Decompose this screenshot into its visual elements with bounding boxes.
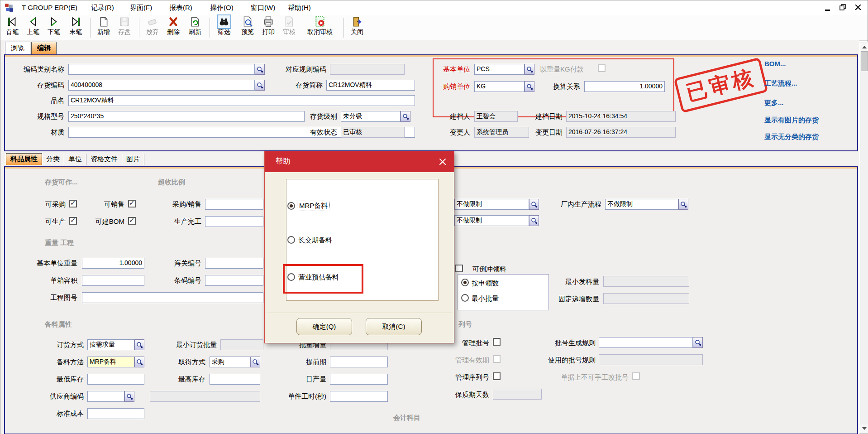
supplier-code-lookup-button[interactable] — [124, 391, 134, 402]
limit-2-lookup-button[interactable] — [529, 215, 539, 226]
toolbar-prev-button[interactable]: 上笔 — [23, 16, 43, 39]
long-lead-prep-radio[interactable] — [287, 236, 295, 244]
toolbar-delete-button[interactable]: 删除 — [163, 16, 183, 39]
box-volume-field[interactable] — [82, 275, 144, 286]
toolbar-last-button[interactable]: 末笔 — [65, 16, 86, 39]
spec-field[interactable]: 250*240*35 — [68, 111, 305, 122]
conversion-field[interactable]: 1.00000 — [584, 81, 665, 92]
toolbar-print-button[interactable]: 打印 — [258, 16, 278, 39]
toolbar-preview-button[interactable]: 预览 — [238, 16, 258, 39]
long-lead-prep-label[interactable]: 长交期备料 — [298, 236, 332, 245]
product-name-field[interactable]: CR12MOV精料 — [68, 95, 415, 106]
tab-image[interactable]: 图片 — [122, 154, 144, 165]
unit-time-field[interactable] — [330, 391, 388, 402]
link-bom[interactable]: BOM... — [764, 60, 786, 68]
menu-window[interactable]: 窗口(W) — [251, 4, 275, 12]
toolbar-save-button[interactable]: 存盘 — [114, 16, 134, 39]
menu-interface[interactable]: 界面(F) — [130, 4, 152, 12]
base-unit-lookup-button[interactable] — [525, 64, 534, 75]
supplier-code-field[interactable] — [87, 391, 124, 402]
menu-report[interactable]: 报表(R) — [169, 4, 192, 12]
inventory-level-lookup-button[interactable] — [401, 111, 410, 122]
dialog-ok-button[interactable]: 确定(Q) — [296, 318, 352, 335]
base-unit-field[interactable]: PCS — [474, 64, 525, 75]
menu-tgroup-erp[interactable]: T-GROUP ERP(E) — [22, 4, 77, 11]
toolbar-audit-button[interactable]: 审核 — [279, 16, 299, 39]
max-stock-field[interactable] — [210, 374, 260, 385]
barcode-field[interactable] — [205, 275, 263, 286]
inventory-abbr-field[interactable]: CR12MOV精料 — [326, 80, 415, 91]
toolbar-close-button[interactable]: 关闭 — [347, 16, 367, 39]
toolbar-first-button[interactable]: 首笔 — [2, 16, 22, 39]
scroll-up-button[interactable] — [860, 43, 868, 51]
acquire-mode-lookup-button[interactable] — [250, 357, 260, 367]
link-process-flow[interactable]: 工艺流程... — [764, 79, 797, 88]
scroll-down-button[interactable] — [860, 424, 868, 433]
can-buy-checkbox[interactable] — [69, 200, 77, 207]
tab-browse[interactable]: 浏览 — [5, 42, 30, 54]
prep-method-lookup-button[interactable] — [134, 357, 144, 367]
limit-field-2[interactable]: 不做限制 — [454, 215, 529, 226]
acquire-mode-field[interactable]: 采购 — [210, 357, 250, 367]
inventory-level-field[interactable]: 未分级 — [341, 111, 401, 122]
tab-qualification-files[interactable]: 资格文件 — [86, 154, 122, 165]
can-sell-checkbox[interactable] — [128, 200, 136, 207]
manage-batch-checkbox[interactable] — [493, 338, 501, 346]
factory-flow-field[interactable]: 不做限制 — [605, 199, 678, 210]
tab-unit[interactable]: 单位 — [64, 154, 86, 165]
limit-1-lookup-button[interactable] — [529, 199, 539, 210]
factory-flow-lookup-button[interactable] — [678, 199, 688, 210]
batch-rule-lookup-button[interactable] — [693, 337, 703, 348]
order-mode-field[interactable]: 按需求量 — [87, 339, 134, 350]
customs-code-field[interactable] — [205, 258, 263, 269]
toolbar-next-button[interactable]: 下笔 — [44, 16, 64, 39]
tab-classification[interactable]: 分类 — [42, 154, 64, 165]
toolbar-refresh-button[interactable]: 刷新 — [184, 16, 206, 39]
can-produce-checkbox[interactable] — [69, 217, 77, 225]
tab-edit[interactable]: 编辑 — [31, 42, 57, 54]
daily-output-field[interactable] — [330, 374, 388, 385]
lead-time-field[interactable] — [330, 357, 388, 367]
buy-sell-field[interactable] — [205, 199, 263, 210]
dialog-cancel-button[interactable]: 取消(C) — [366, 318, 422, 335]
link-show-unclassified[interactable]: 显示无分类的存货 — [764, 133, 819, 141]
drawing-no-field[interactable] — [82, 292, 263, 303]
manage-serial-checkbox[interactable] — [493, 372, 501, 380]
scrollbar-thumb[interactable] — [861, 51, 868, 71]
min-batch-radio[interactable] — [461, 294, 469, 302]
inventory-code-field[interactable]: 400400008 — [68, 80, 255, 91]
toolbar-discard-button[interactable]: 放弃 — [143, 16, 162, 39]
tab-item-attributes[interactable]: 料品属性 — [6, 153, 42, 165]
backflush-checkbox[interactable] — [455, 265, 463, 272]
base-weight-field[interactable]: 1.00000 — [82, 258, 144, 269]
toolbar-new-button[interactable]: 新增 — [94, 16, 114, 39]
prep-method-field[interactable]: MRP备料 — [87, 357, 134, 367]
inventory-code-lookup-button[interactable] — [255, 80, 265, 91]
restore-button[interactable] — [837, 4, 849, 12]
toolbar-filter-button[interactable]: 筛选 — [213, 16, 235, 39]
by-request-radio[interactable] — [461, 279, 469, 286]
trade-unit-lookup-button[interactable] — [525, 81, 534, 92]
code-type-lookup-button[interactable] — [255, 64, 265, 75]
menu-operation[interactable]: 操作(O) — [210, 4, 234, 12]
trade-unit-field[interactable]: KG — [474, 81, 525, 92]
can-bom-checkbox[interactable] — [128, 217, 136, 225]
vertical-scrollbar[interactable] — [860, 42, 868, 434]
minimize-button[interactable] — [821, 4, 833, 12]
close-window-button[interactable] — [852, 4, 864, 12]
menu-help[interactable]: 帮助(H) — [288, 4, 311, 12]
mrp-prep-label[interactable]: MRP备料 — [297, 201, 329, 211]
mrp-prep-radio[interactable] — [287, 202, 295, 210]
menu-record[interactable]: 记录(R) — [91, 4, 114, 12]
link-show-with-image[interactable]: 显示有图片的存货 — [764, 116, 819, 125]
order-mode-lookup-button[interactable] — [134, 339, 144, 350]
batch-rule-field[interactable] — [599, 337, 693, 348]
limit-field-1[interactable]: 不做限制 — [454, 199, 529, 210]
min-stock-field[interactable] — [87, 374, 144, 385]
std-cost-field[interactable] — [87, 408, 144, 419]
help-dialog-titlebar[interactable]: 帮助 — [265, 151, 454, 172]
link-more[interactable]: 更多... — [764, 99, 784, 107]
production-done-field[interactable] — [205, 216, 263, 227]
code-type-field[interactable] — [68, 64, 255, 75]
toolbar-unaudit-button[interactable]: 取消审核 — [300, 16, 340, 39]
